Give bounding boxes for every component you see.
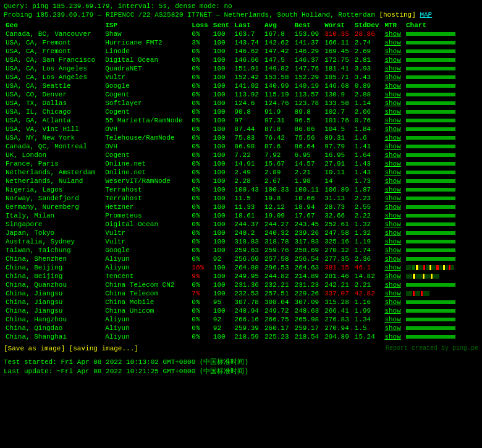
cell-sent: 100	[211, 38, 233, 47]
cell-geo: USA, CA, Los Angeles	[4, 73, 103, 82]
cell-last: 87.44	[232, 125, 263, 133]
cell-loss: 0%	[190, 177, 211, 185]
cell-mtr[interactable]: show	[383, 272, 404, 281]
cell-mtr[interactable]: show	[383, 168, 404, 177]
table-row: China, HangzhouAliyun0%92266.16266.75265…	[4, 315, 478, 324]
table-row: China, ShenzhenAliyun0%92256.69257.58256…	[4, 255, 478, 263]
cell-sent: 100	[211, 90, 233, 99]
cell-stddev: 1.43	[353, 168, 383, 177]
cell-avg: 232.21	[263, 281, 293, 289]
table-row: France, ParisOnline.net0%10014.9115.6714…	[4, 159, 478, 168]
cell-chart	[404, 246, 478, 255]
cell-mtr[interactable]: show	[383, 159, 404, 168]
cell-isp: Linode	[103, 47, 190, 56]
cell-last: 141.02	[232, 82, 263, 90]
cell-geo: China, Quanzhou	[4, 281, 103, 289]
cell-isp: Cogent	[103, 90, 190, 99]
cell-mtr[interactable]: show	[383, 281, 404, 289]
col-avg: Avg	[263, 21, 293, 30]
cell-mtr[interactable]: show	[383, 194, 404, 203]
cell-mtr[interactable]: show	[383, 289, 404, 298]
probe-line: Probing 185.239.69.179 — RIPENCC /22 AS2…	[4, 11, 478, 19]
cell-mtr[interactable]: show	[383, 142, 404, 151]
cell-loss: 9%	[190, 272, 211, 281]
cell-sent: 100	[211, 151, 233, 159]
cell-stddev: 0.89	[353, 82, 383, 90]
cell-mtr[interactable]: show	[383, 64, 404, 73]
cell-mtr[interactable]: show	[383, 246, 404, 255]
table-row: UK, LondonCogent0%1007.227.926.9516.951.…	[4, 151, 478, 159]
cell-stddev: 1.84	[353, 125, 383, 133]
cell-last: 231.36	[232, 281, 263, 289]
cell-mtr[interactable]: show	[383, 56, 404, 64]
table-row: USA, CA, FremontHurricane FMT23%100143.7…	[4, 38, 478, 47]
table-row: Canada, BC, VancouverShaw0%100163.7167.8…	[4, 30, 478, 38]
cell-mtr[interactable]: show	[383, 125, 404, 133]
cell-avg: 260.17	[263, 324, 293, 332]
cell-mtr[interactable]: show	[383, 73, 404, 82]
cell-chart	[404, 38, 478, 47]
cell-mtr[interactable]: show	[383, 324, 404, 332]
cell-sent: 100	[211, 108, 233, 116]
cell-worst: 106.89	[323, 185, 353, 194]
cell-best: 6.95	[293, 151, 323, 159]
cell-mtr[interactable]: show	[383, 263, 404, 272]
cell-best: 218.54	[293, 332, 323, 341]
table-row: China, BeijingTencent9%100249.95244.8221…	[4, 272, 478, 281]
cell-geo: Japan, Tokyo	[4, 229, 103, 237]
cell-stddev: 28.86	[353, 30, 383, 38]
cell-avg: 140.99	[263, 82, 293, 90]
cell-mtr[interactable]: show	[383, 220, 404, 229]
cell-isp: Digital Ocean	[103, 220, 190, 229]
cell-worst: 172.75	[323, 56, 353, 64]
cell-isp: WeservIT/RamNode	[103, 177, 190, 185]
cell-mtr[interactable]: show	[383, 298, 404, 306]
cell-chart	[404, 306, 478, 315]
cell-mtr[interactable]: show	[383, 116, 404, 125]
cell-mtr[interactable]: show	[383, 99, 404, 108]
cell-mtr[interactable]: show	[383, 211, 404, 220]
cell-best: 259.17	[293, 324, 323, 332]
cell-isp: Aliyun	[103, 263, 190, 272]
table-row: China, JiangsuChina Mobile0%95307.78308.…	[4, 298, 478, 306]
cell-avg: 318.78	[263, 237, 293, 246]
cell-chart	[404, 99, 478, 108]
cell-stddev: 1.74	[353, 246, 383, 255]
cell-mtr[interactable]: show	[383, 133, 404, 142]
cell-mtr[interactable]: show	[383, 332, 404, 341]
cell-chart	[404, 194, 478, 203]
cell-isp: Google	[103, 246, 190, 255]
cell-loss: 0%	[190, 47, 211, 56]
cell-last: 318.83	[232, 237, 263, 246]
cell-mtr[interactable]: show	[383, 229, 404, 237]
cell-mtr[interactable]: show	[383, 151, 404, 159]
cell-loss: 0%	[190, 246, 211, 255]
cell-mtr[interactable]: show	[383, 38, 404, 47]
cell-mtr[interactable]: show	[383, 108, 404, 116]
cell-mtr[interactable]: show	[383, 306, 404, 315]
cell-loss: 0%	[190, 142, 211, 151]
cell-mtr[interactable]: show	[383, 237, 404, 246]
cell-mtr[interactable]: show	[383, 177, 404, 185]
cell-avg: 257.58	[263, 255, 293, 263]
cell-mtr[interactable]: show	[383, 47, 404, 56]
cell-mtr[interactable]: show	[383, 90, 404, 99]
cell-chart	[404, 324, 478, 332]
cell-geo: France, Paris	[4, 159, 103, 168]
cell-mtr[interactable]: show	[383, 185, 404, 194]
cell-mtr[interactable]: show	[383, 30, 404, 38]
cell-geo: USA, GA, Atlanta	[4, 116, 103, 125]
cell-last: 244.37	[232, 220, 263, 229]
table-header: Geo ISP Loss Sent Last Avg Best Worst St…	[4, 21, 478, 30]
cell-mtr[interactable]: show	[383, 203, 404, 211]
cell-mtr[interactable]: show	[383, 255, 404, 263]
cell-mtr[interactable]: show	[383, 315, 404, 324]
save-image-link[interactable]: [Save as image]	[4, 345, 65, 352]
cell-mtr[interactable]: show	[383, 82, 404, 90]
cell-last: 232.53	[232, 289, 263, 298]
cell-isp: China Telecom	[103, 289, 190, 298]
cell-best: 214.89	[293, 272, 323, 281]
table-row: Germany, NurembergHetzner0%10011.3312.12…	[4, 203, 478, 211]
cell-last: 266.16	[232, 315, 263, 324]
cell-isp: Terrahost	[103, 185, 190, 194]
